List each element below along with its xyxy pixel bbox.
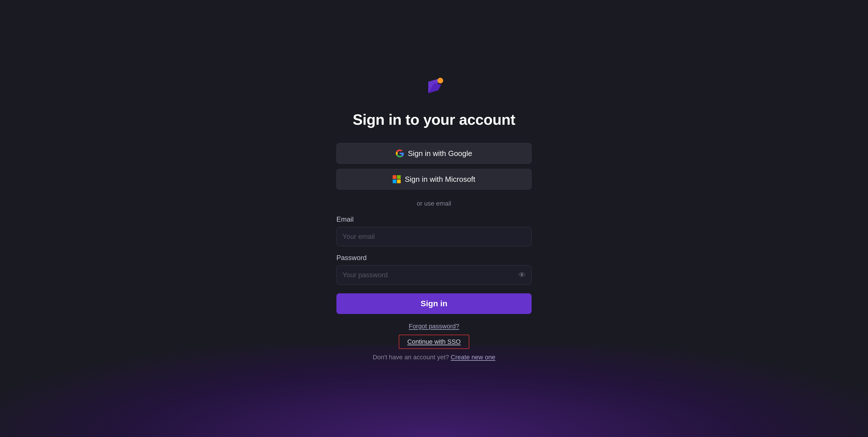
sso-button[interactable]: Continue with SSO <box>399 335 469 349</box>
google-signin-label: Sign in with Google <box>408 149 472 158</box>
microsoft-signin-button[interactable]: Sign in with Microsoft <box>336 169 532 190</box>
password-field-wrapper: 👁 <box>336 265 532 285</box>
page-title: Sign in to your account <box>353 111 515 128</box>
password-input[interactable] <box>336 265 532 285</box>
create-account-text: Don't have an account yet? Create new on… <box>373 354 495 361</box>
google-icon <box>396 149 404 158</box>
email-label: Email <box>336 215 532 223</box>
microsoft-icon <box>393 175 401 183</box>
forgot-password-link[interactable]: Forgot password? <box>409 323 459 330</box>
email-input[interactable] <box>336 227 532 246</box>
links-container: Forgot password? Continue with SSO Don't… <box>373 323 495 361</box>
google-signin-button[interactable]: Sign in with Google <box>336 143 532 164</box>
page-container: Sign in to your account Sign in with Goo… <box>331 76 537 361</box>
microsoft-signin-label: Sign in with Microsoft <box>405 175 475 184</box>
divider: or use email <box>417 200 451 207</box>
toggle-password-icon[interactable]: 👁 <box>518 271 526 279</box>
signin-button[interactable]: Sign in <box>336 293 532 314</box>
password-label: Password <box>336 254 532 262</box>
form-container: Sign in with Google Sign in with Microso… <box>331 143 537 361</box>
logo <box>423 76 445 96</box>
svg-point-2 <box>437 78 443 83</box>
create-account-link[interactable]: Create new one <box>451 354 495 361</box>
